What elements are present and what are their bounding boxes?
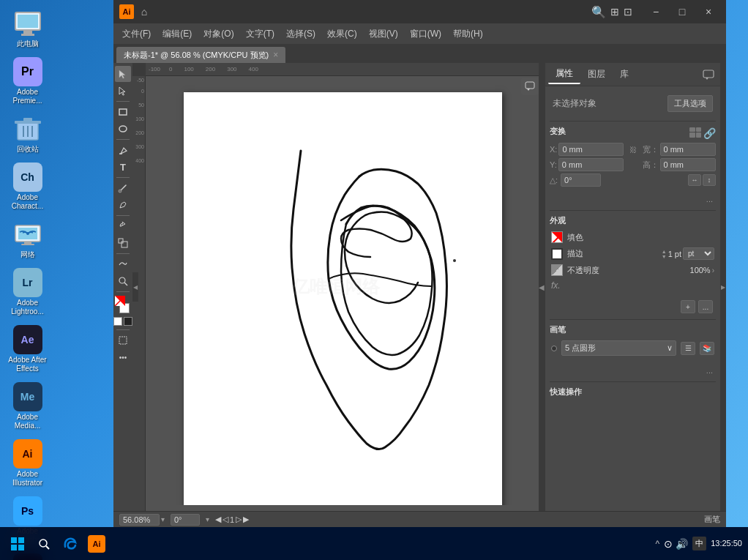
flip-vertical-button[interactable]: ↕ [703, 174, 716, 186]
flip-horizontal-button[interactable]: ↔ [688, 174, 701, 186]
chain-link-icon[interactable]: 🔗 [703, 127, 716, 139]
w-input[interactable] [660, 143, 717, 156]
more-tools[interactable]: ••• [115, 349, 131, 365]
zoom-tool[interactable] [115, 273, 131, 289]
svg-rect-30 [18, 537, 24, 543]
desktop-icon-lr[interactable]: Lr Adobe Lightroо... [3, 265, 52, 319]
taskbar-edge-button[interactable] [59, 532, 82, 556]
desktop-icon-ch[interactable]: Ch Adobe Charact... [3, 160, 52, 214]
desktop-icon-me[interactable]: Me Adobe Media... [3, 379, 52, 433]
nav-first-button[interactable]: ◀ [215, 515, 221, 524]
x-input[interactable] [558, 143, 623, 156]
desktop-icon-ai[interactable]: Ai Adobe Illustrator [3, 436, 52, 490]
menu-edit[interactable]: 编辑(E) [157, 25, 198, 43]
stroke-up-button[interactable]: ▲ [662, 249, 667, 254]
opacity-arrow[interactable]: › [712, 266, 714, 275]
system-clock[interactable]: 13:25:50 [711, 538, 742, 549]
color-boxes[interactable] [115, 296, 131, 313]
nav-next-button[interactable]: ▷ [236, 515, 242, 524]
layers-tab[interactable]: 图层 [580, 65, 613, 83]
rectangle-tool[interactable] [115, 104, 131, 120]
brush-row: 5 点圆形 ∨ ☰ 📚 [550, 338, 716, 358]
h-input[interactable] [660, 158, 717, 171]
desktop-icon-ae[interactable]: Ae Adobe After Effects [3, 322, 52, 376]
rotate-tool[interactable] [115, 218, 131, 234]
panel-chat-icon[interactable] [700, 66, 717, 83]
angle-status-input[interactable] [171, 514, 200, 526]
brush-options-1[interactable]: ☰ [681, 342, 695, 355]
right-panel-collapse[interactable]: ◀ [539, 63, 545, 511]
menu-view[interactable]: 视图(V) [363, 25, 404, 43]
maximize-button[interactable]: □ [670, 4, 694, 19]
stroke-unit-select[interactable]: pt mm px [683, 247, 714, 260]
close-button[interactable]: × [697, 4, 720, 19]
pen-tool[interactable] [115, 142, 131, 158]
panel-view-button[interactable]: ⊡ [624, 6, 632, 18]
y-input[interactable] [558, 158, 624, 171]
scale-tool[interactable] [115, 235, 131, 251]
menu-select[interactable]: 选择(S) [280, 25, 321, 43]
tool-options-button[interactable]: 工具选项 [667, 95, 713, 112]
nav-prev-button[interactable]: ◁ [222, 515, 228, 524]
language-indicator[interactable]: 中 [692, 537, 706, 550]
taskbar-ai-button[interactable]: Ai [85, 532, 108, 556]
stroke-color-indicator[interactable] [551, 248, 563, 260]
start-button[interactable] [6, 532, 29, 556]
desktop-icon-recycle[interactable]: 回收站 [3, 111, 52, 157]
direct-selection-tool[interactable] [115, 83, 131, 99]
white-box[interactable] [113, 317, 122, 326]
brush-more-button[interactable]: ... [706, 366, 713, 375]
menu-file[interactable]: 文件(F) [116, 25, 157, 43]
artboard[interactable] [184, 92, 502, 505]
stroke-down-button[interactable]: ▼ [662, 254, 667, 259]
desktop-icon-network[interactable]: 网络 [3, 217, 52, 262]
minimize-button[interactable]: − [644, 4, 667, 19]
fill-color-indicator[interactable] [551, 231, 563, 243]
taskbar-search-button[interactable] [32, 532, 56, 556]
fill-color-box[interactable] [115, 296, 125, 306]
appearance-more-button[interactable]: ... [698, 300, 713, 313]
menu-text[interactable]: 文字(T) [240, 25, 280, 43]
ellipse-tool[interactable] [115, 121, 131, 137]
angle-dropdown-arrow[interactable]: ▾ [206, 515, 209, 523]
document-tab[interactable]: 未标题-1* @ 56.08 % (CMYK/CPU 预览) × [116, 47, 285, 63]
warp-tool[interactable] [115, 256, 131, 272]
selection-tool[interactable] [115, 66, 131, 82]
brush-dropdown[interactable]: 5 点圆形 ∨ [561, 340, 676, 356]
nav-last-button[interactable]: ▶ [243, 515, 249, 524]
type-tool[interactable]: T [115, 159, 131, 175]
properties-tab[interactable]: 属性 [548, 64, 580, 84]
menu-window[interactable]: 窗口(W) [404, 25, 447, 43]
brush-name: 5 点圆形 [565, 343, 596, 354]
fx-row: fx. [550, 278, 716, 293]
paintbrush-tool[interactable] [115, 180, 131, 196]
drawing-svg [184, 92, 502, 505]
menu-effect[interactable]: 效果(C) [321, 25, 363, 43]
system-tray-arrow[interactable]: ^ [656, 539, 660, 549]
home-button[interactable]: ⌂ [137, 4, 152, 19]
svg-rect-2 [23, 118, 32, 122]
pencil-tool[interactable] [115, 197, 131, 213]
transform-more-button[interactable]: ... [706, 195, 713, 204]
left-collapse-handle[interactable]: ◀ [132, 272, 138, 302]
canvas-area[interactable]: 亿唯恒网络 -100 0 100 200 300 400 -50 [132, 63, 539, 511]
appearance-add-button[interactable]: + [681, 300, 695, 313]
desktop-icon-pr[interactable]: Pr Adobe Premie... [3, 54, 52, 108]
search-button[interactable]: 🔍 [591, 5, 606, 19]
libraries-tab[interactable]: 库 [613, 65, 636, 83]
time-display: 13:25:50 [711, 538, 742, 549]
grid-view-button[interactable]: ⊞ [610, 6, 619, 18]
desktop-icon-computer[interactable]: 此电脑 [3, 6, 52, 51]
right-collapse-handle[interactable]: ▶ [720, 63, 726, 511]
angle-input[interactable] [561, 173, 601, 187]
ruler-corner [132, 63, 146, 76]
menu-object[interactable]: 对象(O) [198, 25, 239, 43]
menu-help[interactable]: 帮助(H) [447, 25, 489, 43]
artboard-tool[interactable] [115, 332, 131, 348]
opacity-label: 不透明度 [567, 265, 686, 276]
brush-options-2[interactable]: 📚 [700, 342, 714, 355]
zoom-dropdown-arrow[interactable]: ▾ [161, 515, 165, 523]
black-box[interactable] [124, 317, 132, 326]
tab-close-button[interactable]: × [273, 50, 278, 60]
zoom-input[interactable] [119, 514, 160, 526]
